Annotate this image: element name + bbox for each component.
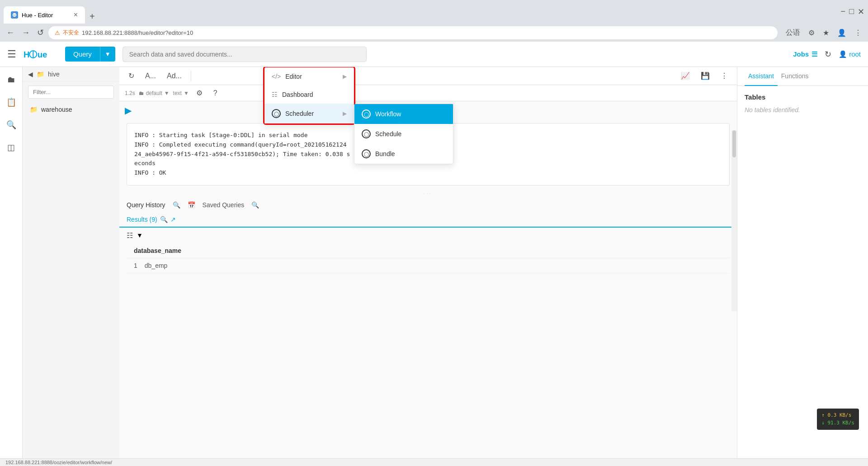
editor-menu-item[interactable]: </> Editor ▶ bbox=[264, 67, 354, 86]
browser-chrome: H Hue - Editor × + − □ ✕ bbox=[0, 0, 868, 24]
saved-queries-link[interactable]: Saved Queries bbox=[203, 201, 245, 209]
table-header-row: database_name bbox=[127, 243, 730, 258]
profile-button[interactable]: 👤 bbox=[835, 27, 849, 39]
font2-button[interactable]: Ad... bbox=[163, 70, 185, 82]
undo-button[interactable]: ↻ bbox=[125, 70, 138, 82]
menu-button[interactable]: ⋮ bbox=[852, 27, 864, 39]
status-bar-url: 192.168.88.221:8888/oozie/editor/workflo… bbox=[5, 460, 112, 465]
forward-button[interactable]: → bbox=[19, 26, 33, 39]
refresh-button[interactable]: ↺ bbox=[34, 26, 47, 39]
save-button[interactable]: 💾 bbox=[697, 70, 713, 82]
schedule-submenu-item[interactable]: ◯ Schedule bbox=[354, 124, 453, 144]
sidebar-db-name: hive bbox=[48, 71, 60, 78]
calendar-icon[interactable]: 📅 bbox=[188, 201, 195, 209]
tables-title: Tables bbox=[745, 93, 861, 101]
db-chevron: ▼ bbox=[164, 90, 170, 96]
tab-favicon: H bbox=[11, 11, 18, 19]
window-controls: − □ ✕ bbox=[841, 7, 864, 17]
saved-queries-search-icon[interactable]: 🔍 bbox=[251, 201, 259, 209]
nav-right: Jobs ☰ ↻ 👤 root bbox=[793, 49, 861, 59]
translate-button[interactable]: 公语 bbox=[783, 26, 803, 39]
editor-arrow: ▶ bbox=[343, 73, 347, 80]
hue-logo-svg: H ue bbox=[24, 47, 51, 62]
svg-text:ue: ue bbox=[38, 49, 47, 59]
browser-action-buttons: 公语 ⚙ ★ 👤 ⋮ bbox=[783, 26, 864, 39]
query-main-button[interactable]: Query bbox=[65, 47, 100, 62]
table-dropdown-icon[interactable]: ▼ bbox=[137, 232, 143, 239]
results-expand-icon[interactable]: ↗ bbox=[170, 216, 176, 223]
query-history-link[interactable]: Query History bbox=[127, 201, 165, 209]
assistant-tab[interactable]: Assistant bbox=[745, 67, 778, 86]
back-button[interactable]: ← bbox=[4, 26, 17, 39]
insecure-label: 不安全 bbox=[63, 29, 79, 37]
results-tab-label: Results (9) bbox=[127, 216, 157, 223]
help-button[interactable]: ? bbox=[210, 87, 221, 99]
toolbar-right: 📈 💾 ⋮ bbox=[677, 70, 731, 82]
results-search-icon[interactable]: 🔍 bbox=[160, 216, 168, 223]
scheduler-arrow: ▶ bbox=[343, 110, 347, 117]
db-selector[interactable]: 🖿 default ▼ bbox=[139, 90, 170, 96]
search-input[interactable] bbox=[123, 47, 367, 62]
bundle-label: Bundle bbox=[375, 150, 395, 157]
active-tab[interactable]: H Hue - Editor × bbox=[4, 6, 85, 24]
settings-button[interactable]: ⚙ bbox=[193, 87, 206, 99]
user-label: root bbox=[849, 50, 861, 58]
history-button[interactable]: ↻ bbox=[825, 49, 831, 59]
workflow-submenu-item[interactable]: ◯ Workflow bbox=[354, 104, 453, 124]
divider-dots: ··· bbox=[119, 189, 737, 198]
sidebar-item-warehouse[interactable]: 📁 warehouse bbox=[23, 102, 119, 117]
hamburger-menu[interactable]: ☰ bbox=[7, 48, 16, 60]
hue-logo: H ue bbox=[24, 47, 51, 62]
search-icon[interactable]: 🔍 bbox=[4, 117, 19, 133]
user-button[interactable]: 👤 root bbox=[839, 50, 861, 58]
right-panel: Assistant Functions Tables No tables ide… bbox=[737, 67, 868, 466]
type-selector[interactable]: text ▼ bbox=[173, 90, 189, 96]
editor-icon: </> bbox=[272, 73, 281, 80]
scrollbar-track bbox=[731, 130, 737, 311]
right-panel-tabs: Assistant Functions bbox=[737, 67, 868, 86]
query-history-search-icon[interactable]: 🔍 bbox=[173, 201, 180, 209]
jobs-button[interactable]: Jobs ☰ bbox=[793, 50, 817, 58]
dashboard-menu-item[interactable]: ☷ Dashboard bbox=[264, 86, 354, 104]
db-name: default bbox=[146, 90, 162, 96]
font-button[interactable]: A... bbox=[142, 70, 160, 82]
maximize-button[interactable]: □ bbox=[849, 7, 854, 17]
browser-status-bar: 192.168.88.221:8888/oozie/editor/workflo… bbox=[0, 458, 868, 466]
functions-tab[interactable]: Functions bbox=[778, 67, 812, 86]
copy-icon[interactable]: 📋 bbox=[4, 95, 19, 110]
results-tab[interactable]: Results (9) 🔍 ↗ bbox=[127, 212, 176, 228]
log-line-5: INFO : OK bbox=[134, 168, 722, 178]
analytics-button[interactable]: 📈 bbox=[677, 70, 693, 82]
type-chevron: ▼ bbox=[184, 90, 189, 96]
address-bar[interactable]: ⚠ 不安全 192.168.88.221:8888/hue/editor?edi… bbox=[48, 26, 778, 39]
more-button[interactable]: ⋮ bbox=[717, 70, 731, 82]
functions-tab-label: Functions bbox=[781, 72, 809, 80]
row-number: 1 bbox=[134, 262, 137, 269]
db-icon[interactable]: 🖿 bbox=[5, 72, 18, 87]
table-row: 1 db_emp bbox=[127, 258, 730, 273]
table-grid-icon[interactable]: ☷ bbox=[127, 231, 133, 240]
table-toolbar: ☷ ▼ bbox=[127, 228, 730, 243]
scheduler-oozie-icon: ◯ bbox=[272, 109, 281, 118]
tab-close-button[interactable]: × bbox=[74, 11, 78, 19]
new-tab-button[interactable]: + bbox=[86, 10, 99, 24]
execution-time: 1.2s bbox=[125, 90, 135, 96]
dashboard-icon: ☷ bbox=[272, 91, 278, 98]
sidebar-item-label: warehouse bbox=[41, 106, 72, 113]
query-label: Query bbox=[73, 50, 92, 58]
network-upload: ↑ 0.3 KB/s bbox=[821, 411, 854, 419]
app-container: ☰ H ue Query ▼ Jobs ☰ ↻ 👤 root bbox=[0, 42, 868, 466]
play-button[interactable]: ▶ bbox=[125, 105, 132, 116]
grid-icon[interactable]: ◫ bbox=[5, 140, 18, 155]
sidebar-filter-input[interactable] bbox=[28, 86, 114, 99]
results-tabs: Results (9) 🔍 ↗ bbox=[119, 212, 737, 228]
minimize-button[interactable]: − bbox=[841, 7, 846, 17]
query-dropdown-button[interactable]: ▼ bbox=[100, 47, 115, 62]
bundle-submenu-item[interactable]: ◯ Bundle bbox=[354, 144, 453, 164]
extensions-button[interactable]: ⚙ bbox=[806, 27, 817, 39]
scrollbar-thumb[interactable] bbox=[732, 130, 736, 157]
scheduler-menu-item[interactable]: ◯ Scheduler ▶ ◯ Workflow ◯ Schedule bbox=[264, 104, 354, 124]
close-button[interactable]: ✕ bbox=[858, 7, 864, 17]
bookmark-button[interactable]: ★ bbox=[820, 27, 832, 39]
sidebar-chevron[interactable]: ◀ bbox=[28, 71, 33, 78]
